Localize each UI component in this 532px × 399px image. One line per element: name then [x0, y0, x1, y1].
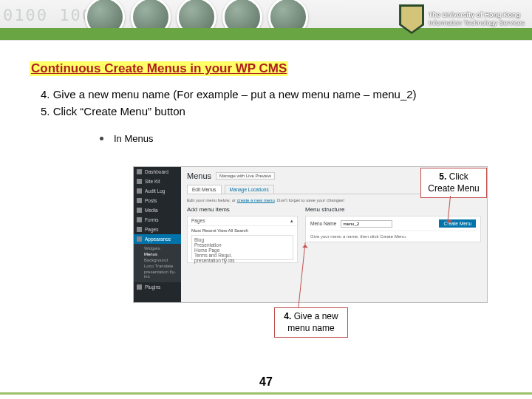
sidebar-appearance-submenu: Widgets Menus Background Loco Translate … [134, 244, 181, 282]
sidebar-item-auditlog[interactable]: Audit Log [134, 186, 181, 196]
menu-name-input[interactable] [341, 220, 392, 228]
sidebar-item-label: Pages [145, 227, 158, 232]
tab-edit-menus[interactable]: Edit Menus [187, 185, 222, 194]
create-new-menu-link[interactable]: create a new menu [237, 198, 275, 202]
sitekit-icon [137, 179, 142, 184]
page-item[interactable]: Blog [194, 237, 290, 242]
sidebar-item-dashboard[interactable]: Dashboard [134, 167, 181, 177]
posts-icon [137, 198, 142, 203]
sidebar-item-pages[interactable]: Pages [134, 225, 181, 234]
tab-manage-locations[interactable]: Manage Locations [225, 185, 274, 194]
plugins-icon [137, 284, 142, 290]
pages-list-box: Blog Presentation Home Page Terms and Re… [191, 235, 293, 260]
callout-4: 4. Give a new menu name [274, 307, 348, 338]
sidebar-item-label: Plugins [145, 284, 160, 290]
menu-name-label: Menu Name [310, 221, 336, 226]
submenu-menus[interactable]: Menus [144, 251, 181, 257]
media-icon [137, 208, 142, 213]
menu-structure-hint: Give your menu a name, then click Create… [310, 231, 476, 239]
bullet-icon [100, 137, 103, 140]
sidebar-item-forms[interactable]: Forms [134, 215, 181, 225]
slide-header: 0100 10001 The University of Hong Kong I… [0, 0, 532, 41]
sidebar-item-media[interactable]: Media [134, 205, 181, 215]
dashboard-icon [137, 169, 142, 174]
step-4: 4. Give a new menu name (For example – p… [41, 86, 532, 103]
sidebar-item-label: Appearance [145, 236, 171, 242]
sidebar-item-label: Media [145, 208, 158, 213]
pages-icon [137, 227, 142, 232]
callout-5-num: 5. [439, 171, 446, 182]
pages-accordion: Pages ▴ Most Recent View All Search Blog… [187, 216, 298, 263]
hint-post: . Don't forget to save your changes! [275, 198, 345, 202]
menu-structure-panel: Menu Name Create Menu Give your menu a n… [305, 216, 481, 242]
sidebar-item-posts[interactable]: Posts [134, 196, 181, 205]
menu-structure-heading: Menu structure [305, 206, 481, 213]
submenu-loco[interactable]: Loco Translate [144, 263, 181, 269]
sidebar-item-plugins[interactable]: Plugins [134, 282, 181, 292]
bullet-label: In Menus [114, 133, 153, 144]
sidebar-item-label: Forms [145, 217, 158, 222]
hku-shield-icon [399, 4, 424, 34]
wp-col-add-items: Add menu items Pages ▴ Most Recent View … [187, 206, 298, 263]
sidebar-item-label: Posts [145, 198, 157, 203]
forms-icon [137, 217, 142, 222]
hku-text: The University of Hong Kong Information … [429, 11, 525, 27]
submenu-background[interactable]: Background [144, 257, 181, 263]
step-5: 5. Click “Create Menu” button [41, 103, 532, 120]
slide-title: Continuous Create Menus in your WP CMS [30, 61, 288, 76]
page-number: 47 [259, 375, 273, 389]
chevron-up-icon: ▴ [290, 218, 293, 224]
hku-line2: Information Technology Services [429, 19, 525, 27]
pages-filter-tabs[interactable]: Most Recent View All Search [191, 228, 293, 233]
hku-logo: The University of Hong Kong Information … [399, 4, 525, 34]
pages-accordion-body: Most Recent View All Search Blog Present… [188, 226, 297, 262]
submenu-widgets[interactable]: Widgets [144, 245, 181, 251]
add-menu-items-heading: Add menu items [187, 206, 298, 213]
hku-line1: The University of Hong Kong [429, 11, 525, 19]
page-item[interactable]: Presentation [194, 242, 290, 248]
menu-name-row: Menu Name Create Menu [310, 219, 476, 231]
manage-live-preview-button[interactable]: Manage with Live Preview [216, 172, 275, 180]
wp-columns: Add menu items Pages ▴ Most Recent View … [187, 206, 481, 263]
hint-pre: Edit your menu below, or [187, 198, 237, 202]
wp-page-title: Menus [187, 171, 211, 180]
instruction-steps: 4. Give a new menu name (For example – p… [41, 86, 532, 120]
create-menu-button[interactable]: Create Menu [439, 219, 476, 228]
wp-hint-text: Edit your menu below, or create a new me… [187, 198, 481, 202]
wp-col-menu-structure: Menu structure Menu Name Create Menu Giv… [305, 206, 481, 263]
sidebar-item-label: Dashboard [145, 169, 168, 174]
pages-accordion-header[interactable]: Pages ▴ [188, 216, 297, 226]
sidebar-item-sitekit[interactable]: Site Kit [134, 177, 181, 186]
footer-green-line [0, 392, 532, 395]
auditlog-icon [137, 188, 142, 194]
page-item[interactable]: Home Page [194, 248, 290, 253]
sidebar-item-label: Site Kit [145, 179, 160, 184]
bullet-in-menus: In Menus [100, 133, 532, 144]
appearance-icon [137, 236, 142, 242]
wp-admin-sidebar: Dashboard Site Kit Audit Log Posts Media… [134, 167, 181, 302]
sidebar-item-label: Audit Log [145, 188, 165, 194]
callout-5: 5. Click Create Menu [420, 168, 487, 198]
page-item[interactable]: Terms and Regul. [194, 253, 290, 258]
callout-4-num: 4. [284, 311, 291, 321]
callout-4-text: Give a new menu name [287, 311, 338, 333]
page-item[interactable]: presentation fly-ins [194, 258, 290, 263]
pages-label: Pages [191, 218, 205, 224]
sidebar-item-appearance[interactable]: Appearance [134, 234, 181, 244]
pages-filter-text: Most Recent View All Search [191, 228, 248, 233]
callout-5-text: Click Create Menu [428, 171, 479, 194]
submenu-presentation[interactable]: presentation fly-ins [144, 269, 181, 279]
